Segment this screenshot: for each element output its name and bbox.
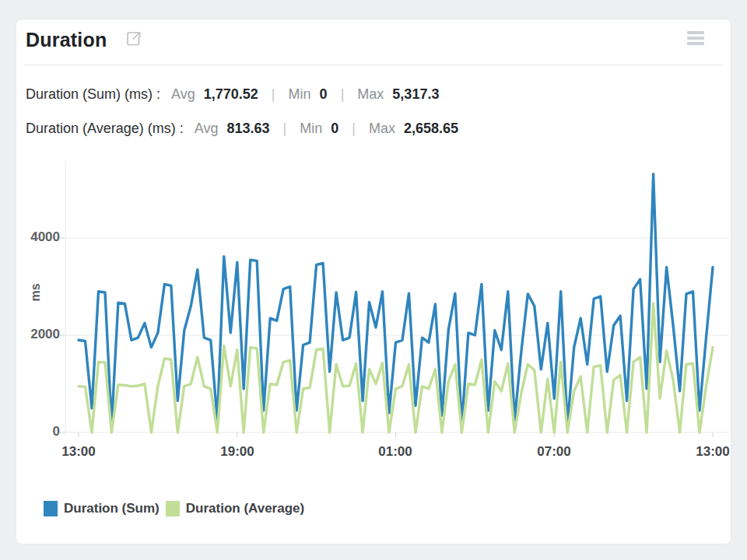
stats-sum-label: Duration (Sum) (ms) : xyxy=(26,86,160,102)
y-tick-4000: 4000 xyxy=(21,229,60,245)
header-divider xyxy=(24,65,723,65)
min-value: 0 xyxy=(320,86,328,102)
chart-legend: Duration (Sum) Duration (Average) xyxy=(44,500,310,517)
avg-label: Avg xyxy=(195,121,219,136)
x-tick-4: 13:00 xyxy=(686,444,740,460)
min-label: Min xyxy=(300,121,322,136)
separator: | xyxy=(352,121,356,136)
avg-value: 813.63 xyxy=(226,121,269,136)
menu-bar xyxy=(687,42,704,45)
page-title: Duration xyxy=(26,29,107,51)
x-tick-3: 07:00 xyxy=(527,444,581,460)
x-tick-2: 01:00 xyxy=(368,444,423,460)
y-axis-label: ms xyxy=(29,283,43,301)
y-tick-0: 0 xyxy=(21,424,60,439)
menu-bar xyxy=(687,37,704,40)
min-value: 0 xyxy=(331,121,338,136)
avg-label: Avg xyxy=(171,86,195,102)
legend-item-sum[interactable]: Duration (Sum) xyxy=(44,501,166,516)
legend-swatch-sum xyxy=(44,501,58,516)
avg-value: 1,770.52 xyxy=(204,86,258,102)
separator: | xyxy=(341,86,345,102)
separator: | xyxy=(283,121,287,136)
menu-bar xyxy=(687,31,704,34)
max-label: Max xyxy=(357,86,384,102)
x-tick-0: 13:00 xyxy=(51,444,106,460)
menu-icon[interactable] xyxy=(687,31,706,47)
min-label: Min xyxy=(289,86,311,102)
max-label: Max xyxy=(369,121,395,136)
legend-swatch-average xyxy=(166,501,180,516)
y-tick-2000: 2000 xyxy=(21,327,60,342)
legend-label-sum: Duration (Sum) xyxy=(64,501,160,516)
stats-average-label: Duration (Average) (ms) : xyxy=(26,121,184,136)
x-tick-1: 19:00 xyxy=(210,444,265,460)
legend-item-average[interactable]: Duration (Average) xyxy=(166,501,310,516)
max-value: 5,317.3 xyxy=(392,86,439,102)
external-link-icon[interactable] xyxy=(125,30,142,47)
max-value: 2,658.65 xyxy=(404,121,458,136)
legend-label-average: Duration (Average) xyxy=(186,501,304,516)
separator: | xyxy=(272,86,275,102)
stats-row-average: Duration (Average) (ms) : Avg 813.63 | M… xyxy=(26,121,458,137)
stats-row-sum: Duration (Sum) (ms) : Avg 1,770.52 | Min… xyxy=(26,86,439,103)
duration-widget-card: Duration Duration (Sum) (ms) : Avg 1,770… xyxy=(16,19,731,544)
